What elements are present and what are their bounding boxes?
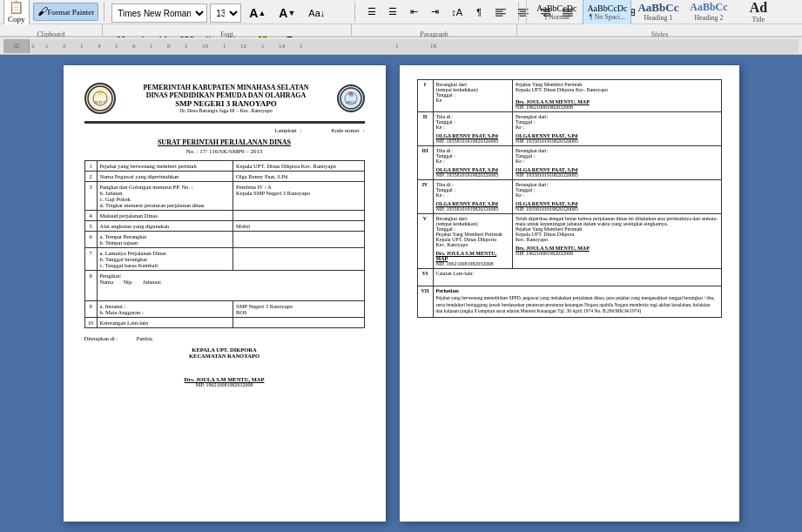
ruler: ⊡ 2 1 2 1 4 1 6 1 8 1 10 1 12 1 14 1 1 1… [0, 37, 802, 55]
font-section: Times New Roman 13 A▲ A▼ Aa↓ B I U abc x… [111, 2, 355, 22]
table-row: VII Perhatian: Pejabat yang berwenang me… [417, 286, 721, 318]
increase-indent-button[interactable]: ⇥ [425, 1, 444, 24]
main-table: 1 Pejabat yang berwenang memberi perinta… [84, 160, 365, 328]
shrink-font-button[interactable]: A▼ [273, 2, 300, 24]
styles-label: Styles [517, 24, 802, 36]
table-row: 9 a. Instansi : b. Mata Anggaran : SMP N… [84, 301, 364, 318]
document-page-left: ⭐ SULUT PEMERINTAH KABUPATEN MINAHASA SE… [64, 65, 386, 522]
sort-button[interactable]: ↕A [446, 1, 468, 24]
style-no-spacing[interactable]: AaBbCcDc ¶ No Spaci... [583, 0, 631, 27]
document-page-right: I Berangkat dari (tempat kedudukan) Tang… [400, 65, 739, 522]
font-name-select[interactable]: Times New Roman [111, 3, 207, 23]
table-row: 10 Keterangan Lain-lain [84, 318, 364, 328]
table-row: I Berangkat dari (tempat kedudukan) Tang… [417, 80, 721, 112]
table-row: 6 a. Tempat Berangkat b. Tempat tujuan [84, 232, 364, 248]
divider-line [84, 121, 365, 124]
style-normal[interactable]: AaBbCcDc ¶ Normal [532, 0, 581, 27]
table-row: VI Catatan Lain-lain: [417, 269, 721, 286]
footer-section: Ditetapkan di : Panitia KEPALA UPT. DIKP… [84, 335, 365, 387]
copy-button[interactable]: 📋 Copy [3, 0, 30, 26]
logo-right: 📚 DINAS [337, 84, 365, 112]
table-row: V Berangkat dari: (tempat kedudukan) Tan… [417, 214, 721, 269]
bullets-button[interactable]: ☰ [362, 1, 381, 24]
svg-text:⭐: ⭐ [98, 91, 104, 97]
styles-section: AaBbCcDc ¶ Normal AaBbCcDc ¶ No Spaci...… [526, 0, 799, 27]
table-row: III Tiba di : Tanggal : Ke : OLGA RENNY … [417, 146, 721, 180]
right-table: I Berangkat dari (tempat kedudukan) Tang… [417, 79, 722, 318]
style-title[interactable]: Ad Title [734, 0, 782, 27]
change-case-button[interactable]: Aa↓ [303, 2, 330, 24]
format-painter-button[interactable]: 🖌 Format Painter [33, 3, 99, 21]
doc-title-center: PEMERINTAH KABUPATEN MINAHASA SELATAN DI… [121, 84, 332, 113]
main-content: ⭐ SULUT PEMERINTAH KABUPATEN MINAHASA SE… [0, 55, 802, 532]
pages-container[interactable]: ⭐ SULUT PEMERINTAH KABUPATEN MINAHASA SE… [0, 55, 802, 532]
signature-footer: Drs. JOULA S.M MENTU, MAP NIP. 196210081… [84, 376, 365, 387]
table-row: 3 Pangkat dan Golongan menurut PP. No. :… [84, 182, 364, 211]
table-row: IV Tiba di : Tanggal : Ke : OLGA RENNY P… [417, 180, 721, 214]
font-size-select[interactable]: 13 [210, 3, 241, 23]
table-row: II Tiba di : Tanggal : Ke : OLGA RENNY P… [417, 112, 721, 146]
toolbar-row1: 📋 Copy 🖌 Format Painter Times New Roman … [0, 0, 802, 24]
letter-info: Lampiran : Kode nomer : [84, 127, 365, 133]
table-row: 7 a. Lamanya Perjalanan Dinas b. Tanggal… [84, 248, 364, 271]
paragraph-section: ☰ ☰ ⇤ ⇥ ↕A ¶ ↕ [362, 2, 519, 22]
align-left-button[interactable] [490, 1, 511, 24]
surat-title: SURAT PERINTAH PERJALANAN DINAS [84, 138, 365, 146]
svg-text:DINAS: DINAS [345, 100, 355, 104]
table-row: 5 Alat angkutan yang digunakan Mobil [84, 221, 364, 232]
kepala-label: KEPALA UPT. DIKPORA KECAMATAN RANOYAPO [84, 347, 365, 359]
svg-text:SULUT: SULUT [94, 100, 105, 104]
show-para-button[interactable]: ¶ [469, 1, 489, 24]
table-row: 4 Maksud perjalanan Dinas [84, 211, 364, 221]
table-row: 1 Pejabat yang berwenang memberi perinta… [84, 161, 364, 172]
clipboard-label: Clipboard [0, 24, 103, 36]
toolbar-labels: Clipboard Font Paragraph Styles [0, 24, 802, 37]
svg-point-20 [340, 88, 361, 109]
numbering-button[interactable]: ☰ [383, 1, 402, 24]
style-heading1[interactable]: AaBbCc Heading 1 [633, 0, 683, 27]
font-label: Font [103, 24, 352, 36]
toolbar: 📋 Copy 🖌 Format Painter Times New Roman … [0, 0, 802, 37]
surat-no: No. : 17/ 116/SK/SMP9 – 2015 [84, 148, 365, 155]
svg-text:📚: 📚 [348, 91, 354, 98]
style-heading2[interactable]: AaBbCc Heading 2 [684, 0, 732, 27]
paragraph-label: Paragraph [352, 24, 517, 36]
svg-point-16 [88, 86, 112, 111]
logo-left: ⭐ SULUT [84, 83, 116, 114]
table-row: 2 Nama Pegawai yang diperintahkan Olga R… [84, 172, 364, 182]
clipboard-section: 📋 Copy 🖌 Format Painter [3, 2, 104, 22]
grow-font-button[interactable]: A▲ [244, 2, 271, 24]
table-row: 8 Pengikut: Nama Nip. Jabatan: [84, 271, 364, 301]
decrease-indent-button[interactable]: ⇤ [404, 1, 423, 24]
doc-header-left: ⭐ SULUT PEMERINTAH KABUPATEN MINAHASA SE… [84, 83, 365, 114]
